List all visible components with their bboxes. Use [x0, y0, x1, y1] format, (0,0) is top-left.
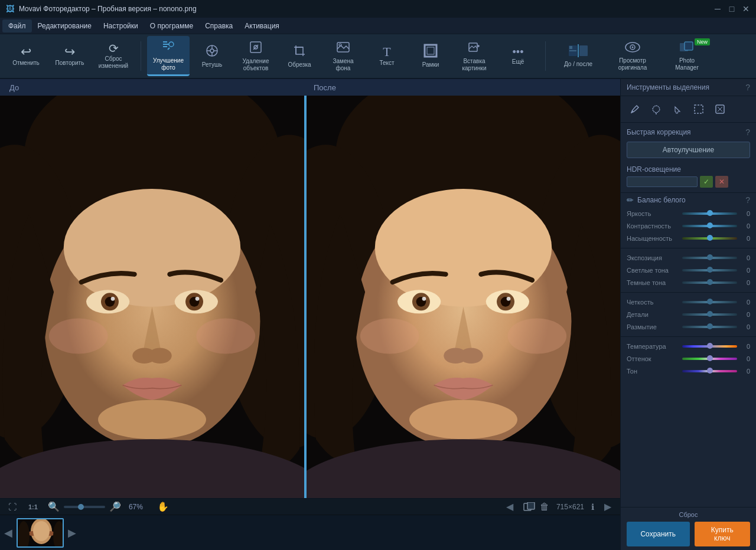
highlights-track[interactable]	[682, 269, 737, 271]
more-button[interactable]: ••• Ещё	[497, 36, 539, 76]
pan-tool-button[interactable]: ✋	[157, 500, 170, 513]
reset-link[interactable]: Сброс	[627, 511, 750, 518]
actual-size-button[interactable]: 1:1	[26, 500, 40, 513]
temperature-thumb[interactable]	[707, 343, 713, 349]
buy-key-button[interactable]: Купить ключ	[695, 522, 751, 546]
info-button[interactable]: ℹ	[591, 502, 594, 512]
brightness-track[interactable]	[682, 212, 737, 215]
blur-track[interactable]	[682, 326, 737, 328]
svg-point-52	[148, 348, 172, 364]
saturation-track[interactable]	[682, 237, 737, 240]
delete-button[interactable]: 🗑	[540, 502, 549, 512]
thumbnail-0[interactable]	[17, 518, 64, 548]
replace-bg-button[interactable]: Заменафона	[322, 36, 364, 76]
clarity-track[interactable]	[682, 301, 737, 303]
autoenhance-button[interactable]: Автоулучшение	[627, 142, 750, 158]
filmstrip-prev[interactable]: ◀	[2, 518, 14, 548]
white-balance-help-icon[interactable]: ?	[745, 195, 750, 205]
enhance-button[interactable]: Улучшениефото	[147, 36, 190, 76]
clarity-slider-row: Четкость 0	[627, 297, 750, 307]
maximize-button[interactable]: □	[728, 5, 736, 13]
zoom-in-button[interactable]: 🔎	[109, 500, 122, 513]
arrow-selection-tool[interactable]	[669, 101, 686, 117]
contrast-track[interactable]	[682, 225, 737, 227]
before-after-bar: До После	[0, 79, 620, 96]
svg-point-71	[507, 297, 511, 301]
reset-button[interactable]: ⟳ Сбросизменений	[92, 36, 135, 76]
tint-thumb[interactable]	[707, 355, 713, 361]
temperature-track[interactable]	[682, 345, 737, 348]
action-buttons-row: Сохранить Купить ключ	[627, 522, 750, 546]
tint-track[interactable]	[682, 358, 737, 360]
remove-objects-button[interactable]: Удалениеобъектов	[234, 36, 277, 76]
tone-track[interactable]	[682, 370, 737, 372]
hdr-cancel-button[interactable]: ✕	[715, 176, 728, 188]
exposure-slider-row: Экспозиция 0	[627, 253, 750, 263]
rect-selection-tool[interactable]	[690, 101, 707, 117]
more-icon: •••	[513, 47, 524, 57]
brush-selection-tool[interactable]	[627, 101, 643, 117]
minimize-button[interactable]: ─	[713, 5, 722, 13]
saturation-value: 0	[739, 235, 750, 242]
saturation-thumb[interactable]	[707, 235, 713, 241]
insert-image-button[interactable]: Вставкакартинки	[453, 36, 496, 76]
shadows-label: Темные тона	[627, 279, 680, 286]
canvas-divider[interactable]	[304, 96, 307, 498]
exposure-thumb[interactable]	[707, 254, 713, 260]
highlights-thumb[interactable]	[707, 267, 713, 273]
menu-file[interactable]: Файл	[2, 19, 32, 32]
detail-thumb[interactable]	[707, 311, 713, 317]
hdr-input[interactable]	[627, 176, 698, 187]
shadows-track[interactable]	[682, 281, 737, 284]
undo-button[interactable]: ↩ Отменить	[5, 36, 47, 76]
brightness-slider-row: Яркость 0	[627, 208, 750, 219]
svg-point-55	[196, 319, 255, 354]
panel-footer: Сброс Сохранить Купить ключ	[621, 507, 756, 550]
zoom-out-button[interactable]: 🔍	[47, 500, 60, 513]
svg-point-20	[339, 44, 341, 46]
detail-track[interactable]	[682, 313, 737, 316]
clarity-thumb[interactable]	[707, 299, 713, 305]
filmstrip-next[interactable]: ▶	[66, 518, 78, 548]
retouch-button[interactable]: Ретушь	[191, 36, 233, 76]
menu-edit[interactable]: Редактирование	[32, 19, 97, 32]
retouch-icon	[205, 44, 219, 60]
shadows-thumb[interactable]	[707, 279, 713, 285]
nav-next-button[interactable]: ▶	[601, 500, 614, 513]
fullscreen-button[interactable]: ⛶	[6, 500, 19, 513]
blur-thumb[interactable]	[707, 323, 713, 329]
exposure-track[interactable]	[682, 257, 737, 259]
brightness-thumb[interactable]	[707, 210, 713, 216]
hdr-confirm-button[interactable]: ✓	[700, 176, 713, 188]
zoom-slider[interactable]: 🔍 🔎	[47, 500, 122, 513]
frames-button[interactable]: Рамки	[409, 36, 452, 76]
nav-prev-button[interactable]: ◀	[503, 500, 516, 513]
photo-manager-button[interactable]: New PhotoManager	[660, 36, 713, 76]
tone-label: Тон	[627, 368, 680, 375]
save-button[interactable]: Сохранить	[627, 522, 690, 546]
menu-settings[interactable]: Настройки	[97, 19, 144, 32]
view-original-button[interactable]: Просмотроригинала	[606, 36, 659, 76]
tone-thumb[interactable]	[707, 368, 713, 374]
clarity-value: 0	[739, 299, 750, 306]
quick-correction-section: Быстрая коррекция ? Автоулучшение HDR-ос…	[621, 123, 756, 383]
text-button[interactable]: T Текст	[366, 36, 408, 76]
zoom-thumb[interactable]	[78, 504, 84, 510]
close-button[interactable]: ✕	[742, 5, 750, 13]
eraser-selection-tool[interactable]	[712, 101, 728, 117]
image-canvas[interactable]	[0, 96, 620, 498]
quick-correction-help-icon[interactable]: ?	[745, 127, 750, 137]
toolbar-history-group: ↩ Отменить ↪ Повторить ⟳ Сбросизменений	[5, 36, 135, 76]
lasso-selection-tool[interactable]	[648, 101, 664, 117]
contrast-thumb[interactable]	[707, 222, 713, 228]
menu-about[interactable]: О программе	[144, 19, 199, 32]
redo-button[interactable]: ↪ Повторить	[48, 36, 91, 76]
before-after-button[interactable]: До / после	[552, 36, 605, 76]
menu-help[interactable]: Справка	[199, 19, 239, 32]
zoom-track[interactable]	[64, 506, 105, 508]
menu-activate[interactable]: Активация	[239, 19, 285, 32]
image-gallery-button[interactable]	[523, 502, 535, 512]
white-balance-title: Баланс белого	[637, 196, 742, 204]
crop-button[interactable]: Обрезка	[278, 36, 321, 76]
selection-tools-help-icon[interactable]: ?	[745, 83, 750, 92]
